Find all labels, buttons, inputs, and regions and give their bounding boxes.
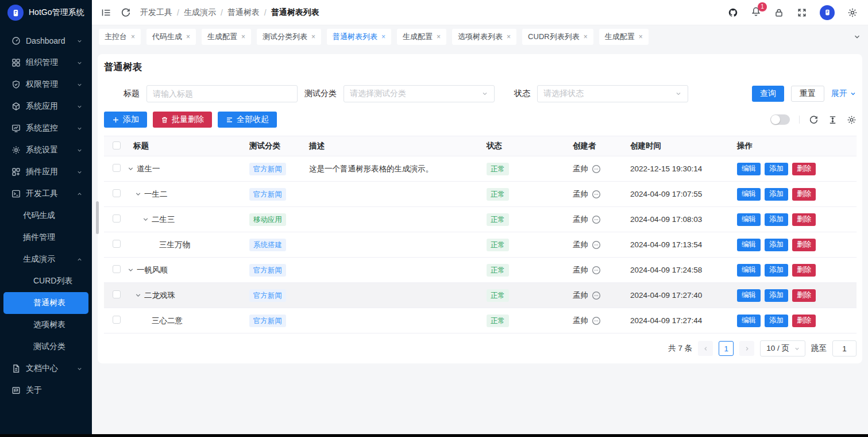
lock-icon[interactable] — [774, 7, 784, 18]
row-checkbox[interactable] — [113, 164, 121, 172]
add-child-button[interactable]: 添加 — [765, 163, 788, 175]
tab-tree-table-list[interactable]: 普通树表列表× — [327, 29, 391, 45]
batch-delete-button[interactable]: 批量删除 — [153, 112, 212, 128]
collapse-sidebar-icon[interactable] — [101, 7, 111, 18]
add-child-button[interactable]: 添加 — [765, 264, 788, 277]
striped-toggle[interactable] — [770, 114, 790, 125]
tab-cudr-list[interactable]: CUDR列表列表× — [522, 29, 593, 45]
search-button[interactable]: 查询 — [752, 86, 784, 102]
sidebar-item-about[interactable]: 关于 — [3, 379, 88, 401]
row-checkbox[interactable] — [113, 316, 121, 324]
add-child-button[interactable]: 添加 — [765, 315, 788, 327]
row-checkbox[interactable] — [113, 240, 121, 248]
fullscreen-icon[interactable] — [797, 7, 807, 18]
sidebar-item-gen-demo[interactable]: 生成演示 — [3, 248, 88, 270]
sidebar-item-curd-list[interactable]: CURD列表 — [3, 270, 88, 292]
edit-button[interactable]: 编辑 — [737, 239, 761, 251]
edit-button[interactable]: 编辑 — [737, 264, 761, 277]
tab-close-icon[interactable]: × — [131, 33, 135, 41]
tab-gen-config-3[interactable]: 生成配置× — [599, 29, 649, 45]
tab-code-gen[interactable]: 代码生成× — [146, 29, 196, 45]
expand-filters-link[interactable]: 展开 — [831, 89, 857, 99]
github-icon[interactable] — [728, 7, 738, 18]
category-filter-select[interactable]: 请选择测试分类 — [344, 85, 495, 102]
sidebar-item-option-tree-table[interactable]: 选项树表 — [3, 314, 88, 336]
add-button[interactable]: 添加 — [104, 112, 147, 128]
tab-close-icon[interactable]: × — [311, 33, 315, 41]
breadcrumb-item[interactable]: 开发工具 — [140, 7, 172, 18]
row-checkbox[interactable] — [113, 189, 121, 197]
edit-button[interactable]: 编辑 — [737, 163, 761, 175]
edit-button[interactable]: 编辑 — [737, 315, 761, 327]
add-child-button[interactable]: 添加 — [765, 289, 788, 302]
tree-expand-icon[interactable] — [127, 266, 134, 274]
select-all-checkbox[interactable] — [113, 141, 121, 150]
column-settings-gear-icon[interactable] — [847, 115, 857, 125]
edit-button[interactable]: 编辑 — [737, 213, 761, 226]
tree-expand-icon[interactable] — [142, 216, 149, 223]
tab-close-icon[interactable]: × — [639, 33, 643, 41]
page-number-1[interactable]: 1 — [719, 341, 734, 356]
tab-option-tree-list[interactable]: 选项树表列表× — [452, 29, 516, 45]
sidebar-item-doc-center[interactable]: 文档中心 — [3, 358, 88, 379]
reload-table-icon[interactable] — [809, 115, 819, 125]
add-child-button[interactable]: 添加 — [765, 188, 788, 201]
delete-button[interactable]: 删除 — [792, 213, 816, 226]
row-density-icon[interactable] — [828, 115, 838, 125]
tab-console[interactable]: 主控台× — [99, 29, 141, 45]
tab-close-icon[interactable]: × — [186, 33, 190, 41]
sidebar-item-code-gen[interactable]: 代码生成 — [3, 205, 88, 227]
delete-button[interactable]: 删除 — [792, 264, 816, 277]
edit-button[interactable]: 编辑 — [737, 289, 761, 302]
sidebar-item-dashboard[interactable]: Dashboard — [3, 30, 88, 52]
breadcrumb-item[interactable]: 普通树表 — [227, 7, 260, 18]
collapse-all-button[interactable]: 全部收起 — [218, 112, 277, 128]
jump-to-input[interactable] — [832, 340, 857, 356]
refresh-icon[interactable] — [121, 7, 131, 18]
edit-button[interactable]: 编辑 — [737, 188, 761, 201]
sidebar-item-plugin-app[interactable]: 插件应用 — [3, 161, 88, 183]
status-filter-select[interactable]: 请选择状态 — [537, 85, 688, 102]
sidebar-item-system-settings[interactable]: 系统设置 — [3, 139, 88, 161]
tab-gen-config-2[interactable]: 生成配置× — [397, 29, 446, 45]
row-checkbox[interactable] — [113, 214, 121, 223]
breadcrumb-item[interactable]: 生成演示 — [184, 7, 216, 18]
tab-test-category-list[interactable]: 测试分类列表× — [257, 29, 321, 45]
sidebar-item-system-app[interactable]: 系统应用 — [3, 95, 88, 117]
sidebar-item-tree-table[interactable]: 普通树表 — [3, 292, 88, 314]
sidebar-item-system-monitor[interactable]: 系统监控 — [3, 117, 88, 139]
tree-expand-icon[interactable] — [134, 292, 142, 299]
sidebar-item-organization[interactable]: 组织管理 — [3, 52, 88, 74]
add-child-button[interactable]: 添加 — [765, 239, 788, 251]
reset-button[interactable]: 重置 — [791, 86, 824, 102]
row-checkbox[interactable] — [113, 265, 121, 273]
scrollbar-thumb[interactable] — [96, 201, 99, 234]
tab-close-icon[interactable]: × — [584, 33, 588, 41]
delete-button[interactable]: 删除 — [792, 239, 816, 251]
row-checkbox[interactable] — [113, 290, 121, 298]
tabs-dropdown-icon[interactable] — [853, 33, 861, 41]
tree-expand-icon[interactable] — [134, 190, 142, 198]
add-child-button[interactable]: 添加 — [765, 213, 788, 226]
user-avatar[interactable] — [820, 5, 835, 20]
delete-button[interactable]: 删除 — [792, 315, 816, 327]
tab-gen-config-1[interactable]: 生成配置× — [202, 29, 251, 45]
next-page-button[interactable] — [739, 341, 754, 356]
prev-page-button[interactable] — [698, 341, 713, 356]
tab-close-icon[interactable]: × — [437, 33, 441, 41]
settings-gear-icon[interactable] — [847, 7, 858, 18]
delete-button[interactable]: 删除 — [792, 188, 816, 201]
notifications[interactable]: 1 — [751, 6, 761, 19]
sidebar-item-plugin-manage[interactable]: 插件管理 — [3, 227, 88, 248]
tab-close-icon[interactable]: × — [241, 33, 245, 41]
sidebar-item-permission[interactable]: 权限管理 — [3, 74, 88, 95]
title-filter-input[interactable] — [146, 85, 298, 102]
app-logo[interactable]: HotGo管理系统 — [0, 0, 92, 25]
sidebar-item-test-category[interactable]: 测试分类 — [3, 336, 88, 358]
sidebar-item-dev-tools[interactable]: 开发工具 — [3, 183, 88, 205]
tree-expand-icon[interactable] — [127, 165, 134, 172]
page-size-select[interactable]: 10 / 页 — [760, 340, 805, 356]
delete-button[interactable]: 删除 — [792, 289, 816, 302]
delete-button[interactable]: 删除 — [792, 163, 816, 175]
tab-close-icon[interactable]: × — [507, 33, 511, 41]
